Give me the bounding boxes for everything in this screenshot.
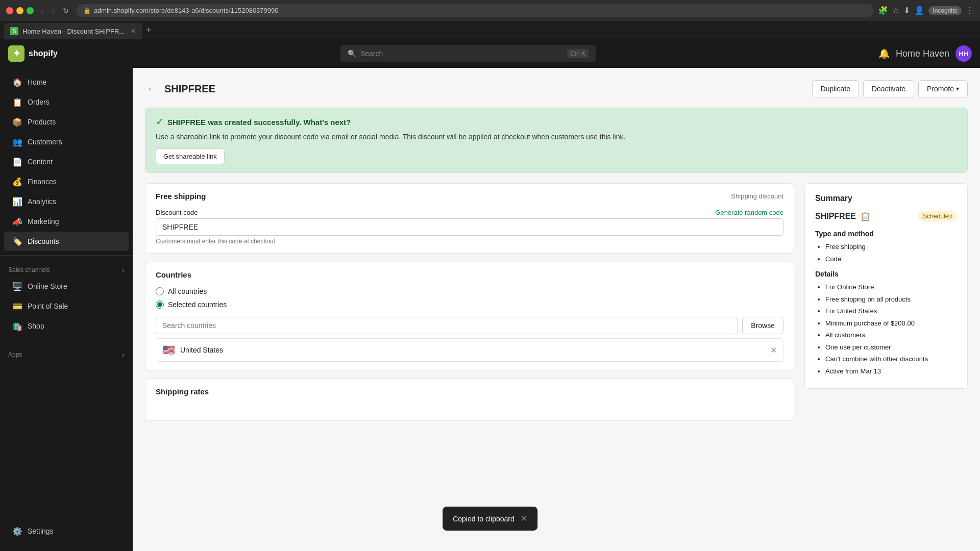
store-name[interactable]: Home Haven [896, 48, 949, 59]
sidebar-divider-2 [0, 340, 133, 340]
page-title: SHIPFREE [164, 83, 215, 95]
avatar[interactable]: HH [955, 45, 972, 62]
search-input-wrap[interactable]: 🔍 Search Ctrl K [340, 45, 596, 62]
toast-close-btn[interactable]: ✕ [521, 514, 527, 523]
get-shareable-link-btn[interactable]: Get shareable link [156, 148, 225, 164]
shipping-rates-header: Shipping rates [145, 379, 794, 400]
generate-random-code-link[interactable]: Generate random code [715, 209, 783, 216]
promote-button[interactable]: Promote ▾ [918, 80, 968, 97]
header-actions: 🔔 Home Haven HH [878, 45, 972, 62]
two-col-layout: Free shipping Shipping discount Discount… [145, 183, 968, 429]
countries-card-body: All countries Selected countries Browse [145, 279, 794, 370]
window-controls [6, 7, 34, 14]
extensions-icon[interactable]: 🧩 [878, 6, 888, 15]
sidebar-settings: ⚙️ Settings [0, 517, 133, 549]
incognito-badge[interactable]: Incognito [928, 6, 962, 15]
online-store-icon: 🖥️ [12, 281, 22, 291]
main-layout: 🏠 Home 📋 Orders 📦 Products 👥 Customers 📄… [0, 68, 980, 551]
detail-item-3: Minimum purchase of $200.00 [825, 318, 957, 329]
countries-card: Countries All countries Selected countri… [145, 262, 794, 370]
sidebar-item-analytics[interactable]: 📊 Analytics [4, 192, 129, 211]
sidebar-item-online-store[interactable]: 🖥️ Online Store [4, 277, 129, 296]
sales-channels-label: Sales channels [8, 266, 50, 273]
success-banner-title-text: SHIPFREE was created successfully. What'… [167, 118, 351, 127]
selected-countries-option[interactable]: Selected countries [156, 300, 783, 309]
remove-country-btn[interactable]: ✕ [770, 345, 777, 355]
new-tab-btn[interactable]: + [142, 25, 156, 36]
apps-label: Apps [8, 351, 22, 358]
sidebar-item-label-analytics: Analytics [28, 197, 56, 206]
deactivate-button[interactable]: Deactivate [863, 80, 914, 97]
detail-item-7: Active from Mar 13 [825, 366, 957, 377]
duplicate-button[interactable]: Duplicate [812, 80, 859, 97]
forward-nav-btn[interactable]: › [48, 5, 57, 16]
sidebar-item-shop[interactable]: 🛍️ Shop [4, 316, 129, 336]
country-name-us: United States [180, 346, 765, 354]
sidebar-item-products[interactable]: 📦 Products [4, 112, 129, 132]
bookmark-icon[interactable]: ☆ [892, 6, 899, 15]
summary-code-row: SHIPFREE 📋 Scheduled [815, 211, 957, 221]
countries-radio-group: All countries Selected countries [156, 287, 783, 309]
sidebar-item-discounts[interactable]: 🏷️ Discounts [4, 232, 129, 251]
close-window-btn[interactable] [6, 7, 13, 14]
main-column: Free shipping Shipping discount Discount… [145, 183, 794, 429]
search-countries-input[interactable] [156, 317, 738, 334]
copy-icon[interactable]: 📋 [860, 212, 870, 221]
shopify-logo-text: shopify [29, 49, 58, 58]
check-icon: ✓ [156, 116, 163, 128]
browser-chrome: ‹ › ↻ 🔒 admin.shopify.com/store/de8143-a… [0, 0, 980, 21]
back-nav-btn[interactable]: ‹ [38, 5, 46, 16]
discount-code-label: Discount code [156, 209, 198, 216]
details-title: Details [815, 270, 957, 278]
download-icon[interactable]: ⬇ [903, 6, 910, 15]
profile-icon[interactable]: 👤 [914, 6, 924, 15]
sidebar-item-home[interactable]: 🏠 Home [4, 72, 129, 92]
sidebar-item-label-marketing: Marketing [28, 217, 59, 226]
shopify-logo[interactable]: ✦ shopify [8, 45, 58, 62]
countries-title: Countries [156, 270, 191, 279]
discount-type-label: Free shipping [156, 192, 206, 201]
lock-icon: 🔒 [83, 7, 91, 14]
search-icon: 🔍 [348, 49, 356, 58]
back-button[interactable]: ← [145, 82, 158, 96]
selected-countries-radio[interactable] [156, 300, 164, 309]
browse-countries-btn[interactable]: Browse [742, 317, 783, 334]
tab-close-icon[interactable]: ✕ [131, 28, 136, 35]
discount-code-input[interactable] [156, 218, 783, 236]
products-icon: 📦 [12, 117, 22, 127]
menu-icon[interactable]: ⋮ [966, 6, 974, 15]
country-item-us: 🇺🇸 United States ✕ [156, 338, 783, 362]
sidebar-item-orders[interactable]: 📋 Orders [4, 92, 129, 112]
sidebar-item-point-of-sale[interactable]: 💳 Point of Sale [4, 296, 129, 316]
sidebar-nav: 🏠 Home 📋 Orders 📦 Products 👥 Customers 📄… [0, 72, 133, 517]
sidebar-item-label-orders: Orders [28, 98, 50, 106]
countries-card-header: Countries [145, 262, 794, 279]
sidebar-item-label-content: Content [28, 158, 53, 166]
active-tab[interactable]: S Home Haven - Discount SHIPFR... ✕ [4, 23, 142, 39]
apps-section: Apps › [0, 344, 133, 361]
all-countries-radio[interactable] [156, 287, 164, 295]
sidebar-item-finances[interactable]: 💰 Finances [4, 172, 129, 191]
search-bar[interactable]: 🔍 Search Ctrl K [340, 45, 596, 62]
maximize-window-btn[interactable] [27, 7, 34, 14]
sidebar-item-settings[interactable]: ⚙️ Settings [4, 521, 129, 541]
minimize-window-btn[interactable] [16, 7, 23, 14]
detail-item-2: For United States [825, 306, 957, 316]
header-buttons: Duplicate Deactivate Promote ▾ [812, 80, 968, 97]
expand-apps-icon[interactable]: › [122, 350, 125, 359]
all-countries-label: All countries [168, 287, 207, 295]
sidebar-item-label-online-store: Online Store [28, 282, 67, 290]
sidebar-item-label-point-of-sale: Point of Sale [28, 302, 68, 310]
all-countries-option[interactable]: All countries [156, 287, 783, 295]
address-bar[interactable]: 🔒 admin.shopify.com/store/de8143-a6/disc… [76, 4, 874, 17]
notifications-icon[interactable]: 🔔 [878, 48, 890, 59]
settings-icon: ⚙️ [12, 526, 22, 536]
expand-sales-channels-icon[interactable]: › [122, 266, 125, 274]
sidebar-item-content[interactable]: 📄 Content [4, 152, 129, 171]
sidebar-item-customers[interactable]: 👥 Customers [4, 132, 129, 152]
success-banner-text: Use a shareable link to promote your dis… [156, 132, 957, 142]
sidebar-item-marketing[interactable]: 📣 Marketing [4, 212, 129, 231]
browser-actions: 🧩 ☆ ⬇ 👤 Incognito ⋮ [878, 6, 974, 15]
refresh-btn[interactable]: ↻ [60, 6, 72, 16]
detail-item-5: One use per customer [825, 342, 957, 353]
